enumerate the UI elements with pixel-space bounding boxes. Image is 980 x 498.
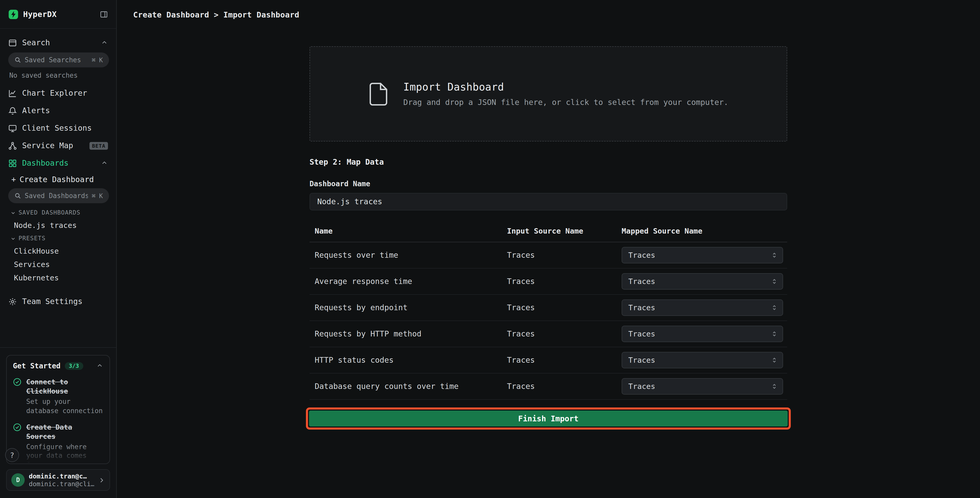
input-source-name: Traces	[507, 303, 622, 312]
dropzone-description: Drag and drop a JSON file here, or click…	[403, 98, 728, 107]
mapped-source-select[interactable]: Traces	[622, 273, 783, 290]
saved-searches-input[interactable]	[25, 56, 88, 64]
input-source-name: Traces	[507, 251, 622, 260]
sidebar-item-alerts[interactable]: Alerts	[0, 102, 116, 119]
tile-name: Database query counts over time	[310, 382, 507, 391]
sidebar-collapse-icon[interactable]	[100, 10, 108, 18]
mapping-table: Name Input Source Name Mapped Source Nam…	[310, 223, 787, 400]
import-dropzone[interactable]: Import Dashboard Drag and drop a JSON fi…	[310, 46, 787, 142]
column-header: Input Source Name	[507, 227, 622, 235]
presets-group[interactable]: PRESETS	[0, 232, 116, 244]
app-window: HyperDX Search ⌘ K No saved searches	[0, 0, 980, 498]
select-chevrons-icon	[771, 304, 778, 311]
beta-badge: BETA	[89, 142, 108, 150]
chevron-up-icon	[101, 160, 108, 167]
table-row: Database query counts over time Traces T…	[310, 374, 787, 400]
import-dashboard-panel: Import Dashboard Drag and drop a JSON fi…	[310, 29, 787, 429]
user-menu[interactable]: D dominic.tran@c… dominic.tran@cli…	[6, 469, 110, 491]
sidebar-item-label: Chart Explorer	[22, 88, 108, 98]
chart-explorer-icon	[8, 89, 17, 97]
service-map-icon	[8, 141, 17, 150]
search-section-icon	[8, 38, 17, 47]
sidebar-item-service-map[interactable]: Service Map BETA	[0, 137, 116, 154]
mapped-source-select[interactable]: Traces	[622, 378, 783, 394]
chevron-up-icon	[101, 39, 108, 46]
dashboard-name-input[interactable]	[310, 193, 787, 211]
table-row: HTTP status codes Traces Traces	[310, 347, 787, 374]
create-dashboard-button[interactable]: + Create Dashboard	[0, 172, 116, 187]
input-source-name: Traces	[507, 277, 622, 286]
mapped-source-select[interactable]: Traces	[622, 299, 783, 316]
saved-dashboards-input[interactable]	[25, 192, 88, 200]
help-button[interactable]: ?	[5, 448, 19, 462]
help-icon: ?	[10, 451, 14, 459]
tile-name: Requests over time	[310, 251, 507, 260]
get-started-step: Connect to ClickHouse Set up your databa…	[13, 377, 103, 415]
mapped-source-select[interactable]: Traces	[622, 247, 783, 263]
search-icon	[14, 192, 21, 199]
preset-dashboard-item[interactable]: Kubernetes	[0, 271, 116, 284]
column-header: Mapped Source Name	[622, 227, 787, 235]
preset-dashboard-item[interactable]: Services	[0, 258, 116, 271]
tile-name: Average response time	[310, 277, 507, 286]
get-started-header[interactable]: Get Started 3/3	[13, 362, 103, 370]
gear-icon	[8, 297, 17, 306]
chevron-down-icon	[10, 235, 16, 241]
user-email: dominic.tran@cli…	[29, 480, 94, 488]
saved-dashboards-group[interactable]: SAVED DASHBOARDS	[0, 206, 116, 219]
table-header: Name Input Source Name Mapped Source Nam…	[310, 223, 787, 242]
step-description: Configure where your data comes from	[26, 442, 103, 464]
step-title: Connect to ClickHouse	[26, 377, 103, 396]
table-row: Requests by HTTP method Traces Traces	[310, 321, 787, 347]
input-source-name: Traces	[507, 356, 622, 365]
saved-dashboard-item[interactable]: Node.js traces	[0, 219, 116, 232]
select-chevrons-icon	[771, 356, 778, 364]
preset-dashboard-label: Services	[14, 260, 50, 268]
selected-option: Traces	[628, 330, 655, 338]
create-dashboard-label: Create Dashboard	[19, 175, 94, 184]
sidebar-item-client-sessions[interactable]: Client Sessions	[0, 119, 116, 137]
saved-dashboards-search[interactable]: ⌘ K	[8, 188, 109, 203]
tile-name: HTTP status codes	[310, 356, 507, 365]
sidebar-item-search[interactable]: Search	[0, 34, 116, 51]
sidebar-bottom: Get Started 3/3 Connect to ClickHouse Se…	[0, 347, 116, 498]
step-description: Set up your database connection	[26, 397, 103, 415]
saved-searches-search[interactable]: ⌘ K	[8, 53, 109, 67]
table-row: Requests over time Traces Traces	[310, 242, 787, 268]
team-settings-label: Team Settings	[22, 297, 108, 306]
shortcut-badge: ⌘ K	[92, 192, 103, 200]
sidebar-item-team-settings[interactable]: Team Settings	[0, 293, 116, 310]
sidebar-item-label: Client Sessions	[22, 123, 108, 133]
get-started-title: Get Started	[13, 362, 60, 370]
saved-dashboard-label: Node.js traces	[14, 221, 76, 230]
search-section-label: Search	[22, 38, 95, 47]
table-row: Average response time Traces Traces	[310, 268, 787, 295]
select-chevrons-icon	[771, 252, 778, 259]
user-text: dominic.tran@c… dominic.tran@cli…	[29, 472, 94, 488]
bell-icon	[8, 106, 17, 115]
mapped-source-select[interactable]: Traces	[622, 352, 783, 368]
tile-name: Requests by endpoint	[310, 303, 507, 312]
file-icon	[368, 81, 389, 106]
avatar: D	[11, 473, 25, 487]
selected-option: Traces	[628, 303, 655, 312]
chevron-right-icon	[98, 477, 105, 483]
monitor-icon	[8, 124, 17, 132]
sidebar-item-chart-explorer[interactable]: Chart Explorer	[0, 85, 116, 102]
preset-dashboard-label: ClickHouse	[14, 247, 59, 255]
sidebar-nav: Search ⌘ K No saved searches Chart Explo…	[0, 29, 116, 310]
sidebar-item-dashboards[interactable]: Dashboards	[0, 154, 116, 172]
selected-option: Traces	[628, 382, 655, 391]
input-source-name: Traces	[507, 329, 622, 338]
finish-import-button[interactable]: Finish Import	[309, 410, 788, 426]
shortcut-badge: ⌘ K	[92, 56, 103, 64]
preset-dashboard-item[interactable]: ClickHouse	[0, 244, 116, 258]
sidebar: HyperDX Search ⌘ K No saved searches	[0, 0, 117, 498]
user-name: dominic.tran@c…	[29, 472, 94, 480]
group-label-text: PRESETS	[19, 235, 46, 242]
dropzone-text: Import Dashboard Drag and drop a JSON fi…	[403, 81, 728, 107]
selected-option: Traces	[628, 356, 655, 364]
get-started-card: Get Started 3/3 Connect to ClickHouse Se…	[6, 355, 110, 464]
selected-option: Traces	[628, 277, 655, 286]
mapped-source-select[interactable]: Traces	[622, 326, 783, 342]
